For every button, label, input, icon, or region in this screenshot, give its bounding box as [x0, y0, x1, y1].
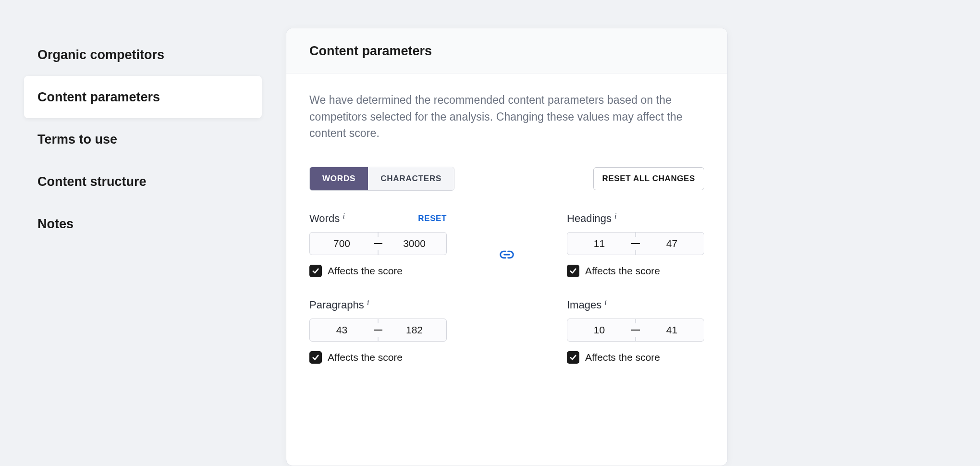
link-words-headings-cell [447, 212, 567, 277]
param-paragraphs: Paragraphs i [309, 298, 447, 364]
dash-icon [631, 330, 640, 331]
paragraphs-range [309, 319, 447, 342]
images-affects-checkbox[interactable] [567, 351, 579, 364]
images-affects-label: Affects the score [585, 352, 660, 363]
spacer [447, 298, 567, 364]
param-images-label: Images i [567, 299, 607, 311]
units-words-button[interactable]: WORDS [310, 167, 368, 190]
paragraphs-affects-checkbox[interactable] [309, 351, 322, 364]
headings-affects-label: Affects the score [585, 265, 660, 277]
images-max-input[interactable] [640, 319, 704, 341]
reset-words-button[interactable]: RESET [418, 214, 447, 223]
headings-min-input[interactable] [567, 233, 631, 255]
card-header: Content parameters [286, 28, 727, 74]
check-icon [311, 267, 320, 275]
info-icon[interactable]: i [614, 211, 617, 221]
images-range [567, 319, 704, 342]
card-body: We have determined the recommended conte… [286, 74, 727, 364]
card-title: Content parameters [309, 44, 704, 59]
units-segmented-control: WORDS CHARACTERS [309, 167, 454, 191]
param-words: Words i RESET [309, 212, 447, 277]
words-affects-checkbox[interactable] [309, 265, 322, 277]
units-characters-button[interactable]: CHARACTERS [368, 167, 454, 190]
nav-item-organic-competitors[interactable]: Organic competitors [24, 34, 262, 76]
words-max-input[interactable] [382, 233, 446, 255]
dash-icon [631, 243, 640, 244]
headings-range [567, 232, 704, 255]
check-icon [569, 267, 577, 275]
nav-item-terms-to-use[interactable]: Terms to use [24, 118, 262, 160]
info-icon[interactable]: i [604, 298, 607, 307]
dash-icon [374, 330, 382, 331]
check-icon [569, 353, 577, 362]
link-icon[interactable] [497, 247, 516, 262]
param-headings: Headings i [567, 212, 704, 277]
dash-icon [374, 243, 382, 244]
content-parameters-card: Content parameters We have determined th… [286, 28, 728, 466]
reset-all-button[interactable]: RESET ALL CHANGES [593, 167, 704, 190]
paragraphs-affects-label: Affects the score [328, 352, 403, 363]
nav-item-content-structure[interactable]: Content structure [24, 160, 262, 203]
check-icon [311, 353, 320, 362]
card-description: We have determined the recommended conte… [309, 92, 704, 142]
main-content: Content parameters We have determined th… [286, 0, 980, 466]
headings-max-input[interactable] [640, 233, 704, 255]
param-paragraphs-label: Paragraphs i [309, 299, 369, 311]
words-min-input[interactable] [310, 233, 374, 255]
words-affects-label: Affects the score [328, 265, 403, 277]
paragraphs-min-input[interactable] [310, 319, 374, 341]
nav-item-content-parameters[interactable]: Content parameters [24, 76, 262, 118]
param-images: Images i Af [567, 298, 704, 364]
words-range [309, 232, 447, 255]
param-headings-label: Headings i [567, 212, 617, 225]
param-words-label: Words i [309, 212, 345, 225]
sidebar: Organic competitors Content parameters T… [0, 0, 286, 466]
controls-row: WORDS CHARACTERS RESET ALL CHANGES [309, 167, 704, 191]
params-grid: Words i RESET [309, 212, 704, 364]
info-icon[interactable]: i [343, 211, 345, 221]
images-min-input[interactable] [567, 319, 631, 341]
paragraphs-max-input[interactable] [382, 319, 446, 341]
nav-item-notes[interactable]: Notes [24, 203, 262, 245]
headings-affects-checkbox[interactable] [567, 265, 579, 277]
info-icon[interactable]: i [367, 298, 369, 307]
